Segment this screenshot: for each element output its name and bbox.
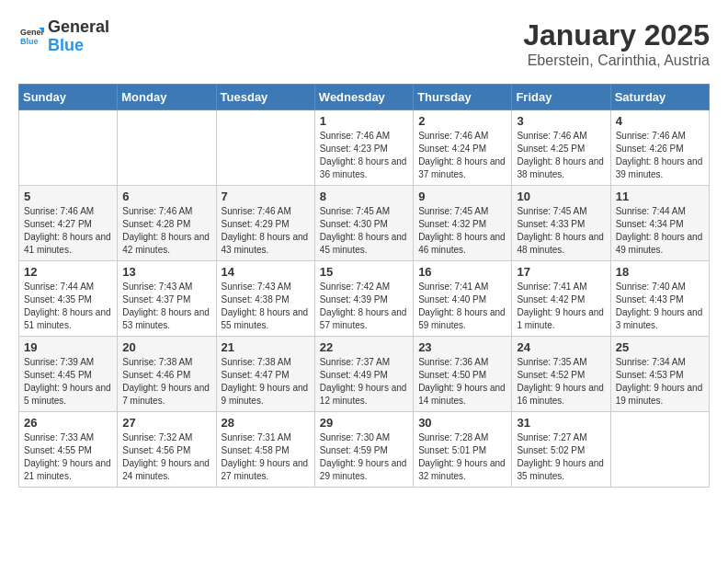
calendar-table: SundayMondayTuesdayWednesdayThursdayFrid…: [18, 84, 710, 488]
cell-content: Sunrise: 7:43 AMSunset: 4:37 PMDaylight:…: [122, 281, 210, 332]
calendar-cell: 25Sunrise: 7:34 AMSunset: 4:53 PMDayligh…: [610, 337, 709, 412]
calendar-cell: 10Sunrise: 7:45 AMSunset: 4:33 PMDayligh…: [512, 186, 610, 261]
calendar-cell: 9Sunrise: 7:45 AMSunset: 4:32 PMDaylight…: [414, 186, 512, 261]
day-number: 24: [517, 340, 605, 354]
cell-content: Sunrise: 7:46 AMSunset: 4:24 PMDaylight:…: [418, 130, 506, 181]
calendar-cell: 22Sunrise: 7:37 AMSunset: 4:49 PMDayligh…: [314, 337, 413, 412]
calendar-cell: 28Sunrise: 7:31 AMSunset: 4:58 PMDayligh…: [216, 412, 314, 488]
title-area: January 2025 Eberstein, Carinthia, Austr…: [523, 18, 710, 69]
calendar-cell: 17Sunrise: 7:41 AMSunset: 4:42 PMDayligh…: [512, 261, 610, 337]
cell-content: Sunrise: 7:42 AMSunset: 4:39 PMDaylight:…: [320, 281, 408, 332]
calendar-cell: 15Sunrise: 7:42 AMSunset: 4:39 PMDayligh…: [314, 261, 413, 337]
calendar-cell: 26Sunrise: 7:33 AMSunset: 4:55 PMDayligh…: [19, 412, 118, 488]
calendar-cell: 12Sunrise: 7:44 AMSunset: 4:35 PMDayligh…: [19, 261, 118, 337]
day-number: 19: [24, 340, 112, 354]
day-number: 11: [616, 190, 704, 203]
day-number: 16: [418, 265, 506, 279]
calendar-cell: 21Sunrise: 7:38 AMSunset: 4:47 PMDayligh…: [216, 337, 314, 412]
cell-content: Sunrise: 7:40 AMSunset: 4:43 PMDaylight:…: [616, 281, 704, 332]
cell-content: Sunrise: 7:38 AMSunset: 4:47 PMDaylight:…: [222, 356, 310, 408]
day-number: 18: [616, 265, 704, 279]
cell-content: Sunrise: 7:32 AMSunset: 4:56 PMDaylight:…: [122, 431, 210, 483]
day-number: 22: [320, 340, 408, 354]
calendar-cell: 29Sunrise: 7:30 AMSunset: 4:59 PMDayligh…: [314, 412, 413, 488]
calendar-cell: [216, 110, 314, 186]
day-number: 21: [222, 340, 310, 354]
calendar-cell: 30Sunrise: 7:28 AMSunset: 5:01 PMDayligh…: [414, 412, 512, 488]
day-number: 4: [616, 114, 704, 128]
calendar-cell: [118, 110, 216, 186]
calendar-week-row: 26Sunrise: 7:33 AMSunset: 4:55 PMDayligh…: [19, 412, 710, 488]
cell-content: Sunrise: 7:35 AMSunset: 4:52 PMDaylight:…: [517, 356, 605, 408]
calendar-cell: [610, 412, 709, 488]
day-number: 3: [517, 114, 605, 128]
calendar-cell: 18Sunrise: 7:40 AMSunset: 4:43 PMDayligh…: [610, 261, 709, 337]
logo-general-text: General: [48, 18, 109, 37]
cell-content: Sunrise: 7:43 AMSunset: 4:38 PMDaylight:…: [222, 281, 310, 332]
calendar-week-row: 19Sunrise: 7:39 AMSunset: 4:45 PMDayligh…: [19, 337, 710, 412]
cell-content: Sunrise: 7:45 AMSunset: 4:30 PMDaylight:…: [320, 205, 408, 257]
cell-content: Sunrise: 7:44 AMSunset: 4:35 PMDaylight:…: [24, 281, 112, 332]
calendar-cell: 23Sunrise: 7:36 AMSunset: 4:50 PMDayligh…: [414, 337, 512, 412]
cell-content: Sunrise: 7:36 AMSunset: 4:50 PMDaylight:…: [418, 356, 506, 408]
calendar-cell: 11Sunrise: 7:44 AMSunset: 4:34 PMDayligh…: [610, 186, 709, 261]
calendar-cell: 27Sunrise: 7:32 AMSunset: 4:56 PMDayligh…: [118, 412, 216, 488]
cell-content: Sunrise: 7:31 AMSunset: 4:58 PMDaylight:…: [222, 431, 310, 483]
calendar-cell: 5Sunrise: 7:46 AMSunset: 4:27 PMDaylight…: [19, 186, 118, 261]
day-number: 29: [320, 416, 408, 430]
cell-content: Sunrise: 7:37 AMSunset: 4:49 PMDaylight:…: [320, 356, 408, 408]
cell-content: Sunrise: 7:38 AMSunset: 4:46 PMDaylight:…: [122, 356, 210, 408]
calendar-cell: 19Sunrise: 7:39 AMSunset: 4:45 PMDayligh…: [19, 337, 118, 412]
logo: General Blue General Blue: [18, 18, 109, 55]
cell-content: Sunrise: 7:39 AMSunset: 4:45 PMDaylight:…: [24, 356, 112, 408]
day-number: 10: [517, 190, 605, 203]
day-number: 7: [222, 190, 310, 203]
day-number: 30: [418, 416, 506, 430]
calendar-week-row: 12Sunrise: 7:44 AMSunset: 4:35 PMDayligh…: [19, 261, 710, 337]
cell-content: Sunrise: 7:45 AMSunset: 4:32 PMDaylight:…: [418, 205, 506, 257]
calendar-cell: 24Sunrise: 7:35 AMSunset: 4:52 PMDayligh…: [512, 337, 610, 412]
day-number: 14: [222, 265, 310, 279]
cell-content: Sunrise: 7:46 AMSunset: 4:28 PMDaylight:…: [122, 205, 210, 257]
logo-blue-text: Blue: [48, 37, 109, 55]
day-number: 23: [418, 340, 506, 354]
day-number: 12: [24, 265, 112, 279]
weekday-header-wednesday: Wednesday: [314, 85, 413, 110]
day-number: 17: [517, 265, 605, 279]
day-number: 28: [222, 416, 310, 430]
calendar-cell: 4Sunrise: 7:46 AMSunset: 4:26 PMDaylight…: [610, 110, 709, 186]
cell-content: Sunrise: 7:30 AMSunset: 4:59 PMDaylight:…: [320, 431, 408, 483]
calendar-cell: 20Sunrise: 7:38 AMSunset: 4:46 PMDayligh…: [118, 337, 216, 412]
cell-content: Sunrise: 7:46 AMSunset: 4:23 PMDaylight:…: [320, 130, 408, 181]
cell-content: Sunrise: 7:46 AMSunset: 4:27 PMDaylight:…: [24, 205, 112, 257]
day-number: 2: [418, 114, 506, 128]
calendar-cell: 31Sunrise: 7:27 AMSunset: 5:02 PMDayligh…: [512, 412, 610, 488]
cell-content: Sunrise: 7:46 AMSunset: 4:26 PMDaylight:…: [616, 130, 704, 181]
cell-content: Sunrise: 7:27 AMSunset: 5:02 PMDaylight:…: [517, 431, 605, 483]
day-number: 27: [122, 416, 210, 430]
weekday-header-saturday: Saturday: [610, 85, 709, 110]
cell-content: Sunrise: 7:41 AMSunset: 4:42 PMDaylight:…: [517, 281, 605, 332]
calendar-cell: 13Sunrise: 7:43 AMSunset: 4:37 PMDayligh…: [118, 261, 216, 337]
cell-content: Sunrise: 7:41 AMSunset: 4:40 PMDaylight:…: [418, 281, 506, 332]
page-header: General Blue General Blue January 2025 E…: [18, 18, 710, 69]
day-number: 20: [122, 340, 210, 354]
cell-content: Sunrise: 7:34 AMSunset: 4:53 PMDaylight:…: [616, 356, 704, 408]
calendar-cell: 14Sunrise: 7:43 AMSunset: 4:38 PMDayligh…: [216, 261, 314, 337]
calendar-cell: 16Sunrise: 7:41 AMSunset: 4:40 PMDayligh…: [414, 261, 512, 337]
weekday-header-row: SundayMondayTuesdayWednesdayThursdayFrid…: [19, 85, 710, 110]
day-number: 6: [122, 190, 210, 203]
cell-content: Sunrise: 7:28 AMSunset: 5:01 PMDaylight:…: [418, 431, 506, 483]
day-number: 31: [517, 416, 605, 430]
weekday-header-sunday: Sunday: [19, 85, 118, 110]
calendar-week-row: 5Sunrise: 7:46 AMSunset: 4:27 PMDaylight…: [19, 186, 710, 261]
month-title: January 2025: [523, 18, 710, 52]
logo-icon: General Blue: [18, 24, 44, 50]
day-number: 13: [122, 265, 210, 279]
day-number: 15: [320, 265, 408, 279]
cell-content: Sunrise: 7:46 AMSunset: 4:25 PMDaylight:…: [517, 130, 605, 181]
cell-content: Sunrise: 7:33 AMSunset: 4:55 PMDaylight:…: [24, 431, 112, 483]
day-number: 5: [24, 190, 112, 203]
weekday-header-monday: Monday: [118, 85, 216, 110]
weekday-header-friday: Friday: [512, 85, 610, 110]
